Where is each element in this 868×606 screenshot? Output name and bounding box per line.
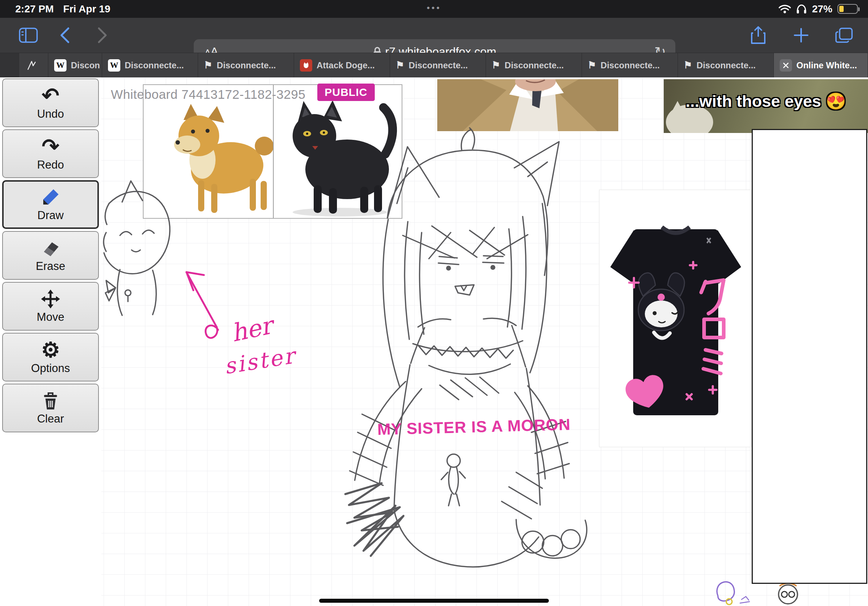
flag-favicon: ⚑ <box>684 60 692 71</box>
headphones-icon <box>796 4 807 14</box>
w-favicon: W <box>108 59 120 71</box>
eraser-icon <box>40 238 61 258</box>
tool-sidebar: ↶ Undo ↷ Redo Draw Erase <box>0 77 101 606</box>
pencil-icon <box>40 187 61 207</box>
trash-icon <box>41 391 60 411</box>
date: Fri Apr 19 <box>63 3 110 15</box>
gear-icon: ⚙ <box>41 339 60 360</box>
doge-cat-image[interactable] <box>143 84 402 219</box>
flag-favicon: ⚑ <box>204 60 212 71</box>
multitask-dots-icon: ••• <box>427 3 441 13</box>
blank-panel <box>752 129 867 584</box>
person-photo-image[interactable] <box>437 79 618 131</box>
undo-button[interactable]: ↶ Undo <box>2 79 99 127</box>
tab-bar-corner <box>0 53 19 77</box>
doge-cat-art <box>144 85 401 218</box>
tabs-overview-icon[interactable] <box>835 27 854 43</box>
tab-disconnected-2[interactable]: W Disconnecte... <box>102 53 198 77</box>
flag-favicon: ⚑ <box>588 60 596 71</box>
move-arrows-icon <box>40 289 61 309</box>
tab-disconnected-5[interactable]: ⚑ Disconnecte... <box>486 53 582 77</box>
draw-button[interactable]: Draw <box>2 180 99 229</box>
browser-toolbar: AA r7.whiteboardfox.com ↻ <box>0 18 868 53</box>
battery-percent: 27% <box>812 3 832 15</box>
flag-favicon: ⚑ <box>492 60 500 71</box>
tab-disconnected-4[interactable]: ⚑ Disconnecte... <box>390 53 486 77</box>
clear-button[interactable]: Clear <box>2 383 99 432</box>
home-indicator[interactable] <box>319 599 549 603</box>
options-button[interactable]: ⚙ Options <box>2 333 99 382</box>
tab-bar: W Discon W Disconnecte... ⚑ Disconnecte.… <box>0 53 868 77</box>
whiteboard-title: Whiteboard 74413172-1182-3295 <box>111 87 305 102</box>
status-bar: 2:27 PM Fri Apr 19 ••• 27% <box>0 0 868 18</box>
redo-button[interactable]: ↷ Redo <box>2 129 99 178</box>
undo-icon: ↶ <box>42 85 60 106</box>
close-tab-icon[interactable] <box>780 59 792 71</box>
redo-icon: ↷ <box>42 136 60 157</box>
sidebar-toggle-icon[interactable] <box>19 28 38 43</box>
tab-disconnected-3[interactable]: ⚑ Disconnecte... <box>198 53 294 77</box>
tshirt-image[interactable]: クロミ <box>599 190 751 447</box>
doge-favicon <box>300 59 312 71</box>
pen-icon <box>26 60 37 71</box>
person-photo-art <box>437 79 618 131</box>
share-icon[interactable] <box>750 26 766 45</box>
tshirt-art <box>599 190 751 447</box>
flag-favicon: ⚑ <box>396 60 404 71</box>
meme-image[interactable]: ...with those eyes 😍 <box>664 79 868 133</box>
forward-button-icon[interactable] <box>98 27 108 43</box>
tab-disconnected-7[interactable]: ⚑ Disconnecte... <box>678 53 774 77</box>
public-badge: PUBLIC <box>317 83 375 101</box>
move-button[interactable]: Move <box>2 282 99 331</box>
tab-pen[interactable] <box>19 53 48 77</box>
new-tab-icon[interactable] <box>793 27 809 43</box>
tab-disconnected-1[interactable]: W Discon <box>48 53 102 77</box>
image-divider <box>273 85 274 218</box>
meme-caption: ...with those eyes 😍 <box>664 91 868 111</box>
w-favicon: W <box>54 59 67 71</box>
erase-button[interactable]: Erase <box>2 231 99 280</box>
wifi-icon <box>778 5 791 14</box>
ipad-screen: 2:27 PM Fri Apr 19 ••• 27% <box>0 0 868 606</box>
tab-online-whiteboard[interactable]: Online White... <box>774 53 868 77</box>
back-button-icon[interactable] <box>60 27 70 43</box>
battery-icon <box>837 4 858 14</box>
tab-disconnected-6[interactable]: ⚑ Disconnecte... <box>582 53 678 77</box>
tab-attack-doge[interactable]: Attack Doge... <box>294 53 390 77</box>
clock: 2:27 PM <box>15 3 54 15</box>
